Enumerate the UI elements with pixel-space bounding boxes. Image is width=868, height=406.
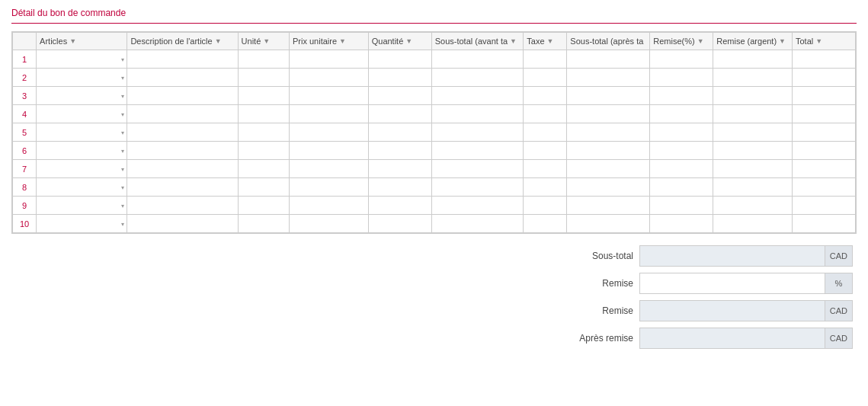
taxe-cell[interactable] <box>524 160 567 178</box>
articles-cell[interactable]: ▾ <box>37 215 127 233</box>
desc-cell[interactable] <box>127 105 238 123</box>
desc-cell[interactable] <box>127 87 238 105</box>
filter-icon-remisep[interactable]: ▼ <box>697 37 704 45</box>
stax-cell[interactable] <box>431 50 524 69</box>
articles-cell[interactable]: ▾ <box>37 160 127 178</box>
qty-cell[interactable] <box>368 142 431 160</box>
stax-cell[interactable] <box>431 178 524 197</box>
remisea-cell[interactable] <box>713 178 793 197</box>
prix-cell[interactable] <box>289 123 368 142</box>
remisep-cell[interactable] <box>650 105 713 123</box>
col-header-remisep[interactable]: Remise(%) ▼ <box>650 33 713 50</box>
remisea-cell[interactable] <box>713 142 793 160</box>
dropdown-arrow-icon[interactable]: ▾ <box>121 110 124 117</box>
unite-cell[interactable] <box>238 178 289 197</box>
col-header-taxe[interactable]: Taxe ▼ <box>524 33 567 50</box>
qty-cell[interactable] <box>368 69 431 87</box>
dropdown-arrow-icon[interactable]: ▾ <box>121 147 124 154</box>
total-cell[interactable] <box>792 215 855 233</box>
dropdown-arrow-icon[interactable]: ▾ <box>121 165 124 172</box>
summary-input-remise-pct[interactable] <box>640 278 825 289</box>
desc-cell[interactable] <box>127 69 238 87</box>
remisep-cell[interactable] <box>650 142 713 160</box>
prix-cell[interactable] <box>289 69 368 87</box>
articles-cell[interactable]: ▾ <box>37 197 127 215</box>
qty-cell[interactable] <box>368 197 431 215</box>
unite-cell[interactable] <box>238 50 289 69</box>
articles-cell[interactable]: ▾ <box>37 142 127 160</box>
remisea-cell[interactable] <box>713 87 793 105</box>
unite-cell[interactable] <box>238 215 289 233</box>
safter-cell[interactable] <box>567 69 650 87</box>
prix-cell[interactable] <box>289 160 368 178</box>
desc-cell[interactable] <box>127 50 238 69</box>
qty-cell[interactable] <box>368 215 431 233</box>
unite-cell[interactable] <box>238 105 289 123</box>
taxe-cell[interactable] <box>524 87 567 105</box>
remisea-cell[interactable] <box>713 50 793 69</box>
filter-icon-remisea[interactable]: ▼ <box>779 37 786 45</box>
col-header-unite[interactable]: Unité ▼ <box>238 33 289 50</box>
stax-cell[interactable] <box>431 105 524 123</box>
filter-icon-total[interactable]: ▼ <box>815 37 822 45</box>
safter-cell[interactable] <box>567 87 650 105</box>
stax-cell[interactable] <box>431 123 524 142</box>
prix-cell[interactable] <box>289 87 368 105</box>
total-cell[interactable] <box>792 178 855 197</box>
stax-cell[interactable] <box>431 215 524 233</box>
summary-input-sous-total[interactable] <box>640 251 825 261</box>
dropdown-arrow-icon[interactable]: ▾ <box>121 184 124 190</box>
prix-cell[interactable] <box>289 215 368 233</box>
desc-cell[interactable] <box>127 178 238 197</box>
taxe-cell[interactable] <box>524 142 567 160</box>
total-cell[interactable] <box>792 50 855 69</box>
stax-cell[interactable] <box>431 142 524 160</box>
qty-cell[interactable] <box>368 105 431 123</box>
desc-cell[interactable] <box>127 215 238 233</box>
taxe-cell[interactable] <box>524 197 567 215</box>
qty-cell[interactable] <box>368 50 431 69</box>
prix-cell[interactable] <box>289 178 368 197</box>
remisep-cell[interactable] <box>650 50 713 69</box>
col-header-qty[interactable]: Quantité ▼ <box>368 33 431 50</box>
stax-cell[interactable] <box>431 160 524 178</box>
unite-cell[interactable] <box>238 69 289 87</box>
filter-icon-desc[interactable]: ▼ <box>215 37 222 45</box>
total-cell[interactable] <box>792 123 855 142</box>
filter-icon-stax[interactable]: ▼ <box>510 37 517 45</box>
articles-cell[interactable]: ▾ <box>37 105 127 123</box>
total-cell[interactable] <box>792 142 855 160</box>
dropdown-arrow-icon[interactable]: ▾ <box>121 56 124 62</box>
remisep-cell[interactable] <box>650 160 713 178</box>
desc-cell[interactable] <box>127 123 238 142</box>
unite-cell[interactable] <box>238 197 289 215</box>
stax-cell[interactable] <box>431 69 524 87</box>
filter-icon-prix[interactable]: ▼ <box>339 37 346 45</box>
dropdown-arrow-icon[interactable]: ▾ <box>121 129 124 136</box>
desc-cell[interactable] <box>127 142 238 160</box>
remisea-cell[interactable] <box>713 160 793 178</box>
remisea-cell[interactable] <box>713 123 793 142</box>
articles-cell[interactable]: ▾ <box>37 69 127 87</box>
filter-icon-qty[interactable]: ▼ <box>405 37 412 45</box>
remisea-cell[interactable] <box>713 69 793 87</box>
safter-cell[interactable] <box>567 50 650 69</box>
remisep-cell[interactable] <box>650 123 713 142</box>
taxe-cell[interactable] <box>524 50 567 69</box>
filter-icon-unite[interactable]: ▼ <box>263 37 270 45</box>
col-header-articles[interactable]: Articles ▼ <box>37 33 127 50</box>
dropdown-arrow-icon[interactable]: ▾ <box>121 220 124 227</box>
safter-cell[interactable] <box>567 178 650 197</box>
total-cell[interactable] <box>792 105 855 123</box>
articles-cell[interactable]: ▾ <box>37 87 127 105</box>
qty-cell[interactable] <box>368 160 431 178</box>
stax-cell[interactable] <box>431 197 524 215</box>
prix-cell[interactable] <box>289 50 368 69</box>
safter-cell[interactable] <box>567 197 650 215</box>
safter-cell[interactable] <box>567 142 650 160</box>
col-header-total[interactable]: Total ▼ <box>792 33 855 50</box>
col-header-desc[interactable]: Description de l'article ▼ <box>127 33 238 50</box>
articles-cell[interactable]: ▾ <box>37 50 127 69</box>
unite-cell[interactable] <box>238 142 289 160</box>
remisep-cell[interactable] <box>650 197 713 215</box>
